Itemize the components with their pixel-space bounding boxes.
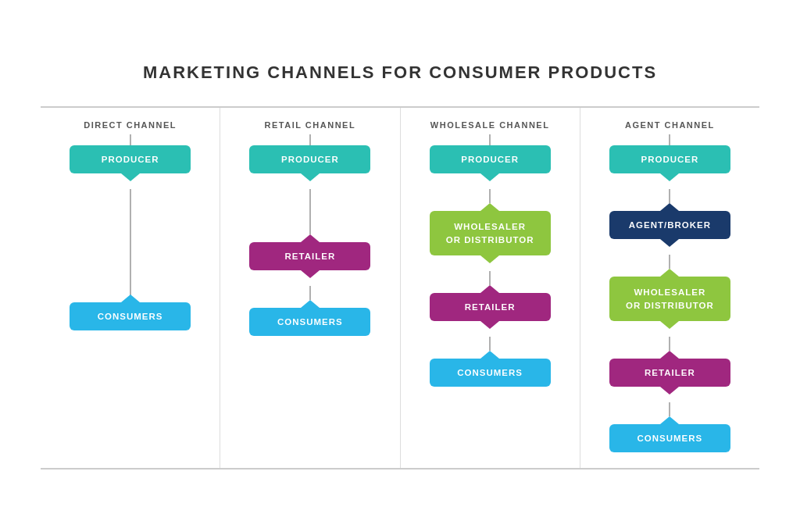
agent-v-line-1 (669, 134, 670, 145)
retail-retailer-node: RETAILER (249, 242, 370, 270)
wholesale-retailer-node: RETAILER (430, 293, 551, 321)
agent-v-line-2 (669, 189, 670, 203)
agent-v-line-5 (669, 402, 670, 416)
wholesale-channel-header: WHOLESALE CHANNEL (409, 108, 572, 134)
retail-consumers-node: CONSUMERS (249, 308, 370, 336)
direct-channel-header: DIRECT CHANNEL (48, 108, 212, 134)
direct-consumers-node: CONSUMERS (70, 302, 191, 330)
agent-consumers-node: CONSUMERS (609, 424, 730, 452)
retail-v-line-1 (309, 134, 311, 145)
wholesale-channel-col: WHOLESALE CHANNEL PRODUCER WHOLESALER OR… (401, 108, 580, 467)
retail-v-line-2 (309, 189, 311, 234)
main-title: MARKETING CHANNELS FOR CONSUMER PRODUCTS (41, 62, 759, 83)
wholesale-consumers-node: CONSUMERS (430, 359, 551, 387)
agent-channel-header: AGENT CHANNEL (588, 108, 752, 134)
agent-channel-label: AGENT CHANNEL (625, 111, 715, 130)
diagram-container: MARKETING CHANNELS FOR CONSUMER PRODUCTS… (25, 39, 775, 492)
agent-broker-node: AGENT/BROKER (609, 211, 730, 239)
wholesale-v-line-3 (489, 271, 491, 285)
retail-channel-label: RETAIL CHANNEL (265, 111, 356, 130)
direct-channel-label: DIRECT CHANNEL (84, 111, 177, 130)
wholesale-channel-label: WHOLESALE CHANNEL (430, 111, 550, 130)
retail-channel-col: RETAIL CHANNEL PRODUCER RETAILER (220, 108, 400, 467)
wholesale-wholesaler-node: WHOLESALER OR DISTRIBUTOR (430, 211, 551, 255)
direct-v-line-2 (130, 189, 131, 302)
agent-channel-col: AGENT CHANNEL PRODUCER AGENT/BROKER (580, 108, 759, 467)
wholesale-v-line-2 (489, 189, 491, 203)
retail-v-line-3 (309, 286, 311, 300)
channels-wrapper: DIRECT CHANNEL PRODUCER CONSUMERS RETAIL… (41, 106, 759, 469)
retail-producer-node: PRODUCER (249, 145, 370, 173)
direct-v-line-1 (130, 134, 131, 145)
agent-retailer-node: RETAILER (609, 359, 730, 387)
direct-producer-node: PRODUCER (70, 145, 191, 173)
agent-wholesaler-node: WHOLESALER OR DISTRIBUTOR (609, 277, 730, 320)
agent-v-line-3 (669, 255, 670, 269)
wholesale-v-line-1 (489, 134, 491, 145)
direct-channel-col: DIRECT CHANNEL PRODUCER CONSUMERS (41, 108, 220, 467)
wholesale-v-line-4 (489, 337, 491, 351)
agent-producer-node: PRODUCER (609, 145, 730, 173)
wholesale-producer-node: PRODUCER (430, 145, 551, 173)
agent-v-line-4 (669, 337, 670, 351)
retail-channel-header: RETAIL CHANNEL (228, 108, 391, 134)
